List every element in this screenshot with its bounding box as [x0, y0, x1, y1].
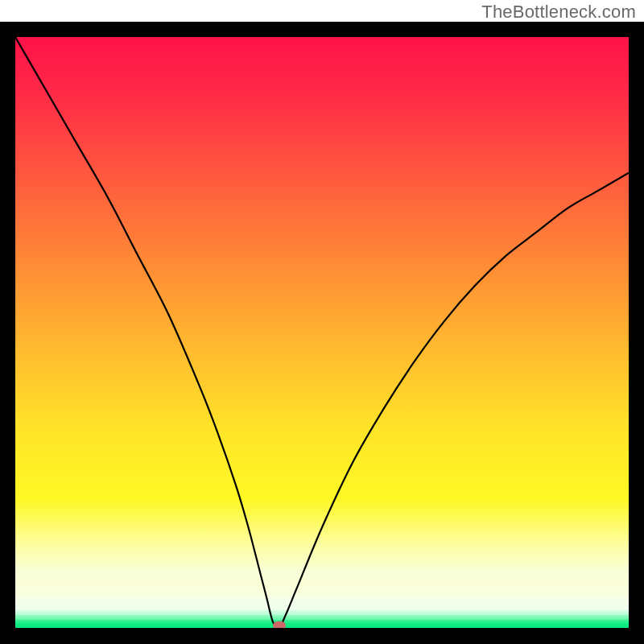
bottleneck-curve-svg — [15, 37, 629, 628]
chart-border-bottom — [0, 628, 644, 644]
watermark-text: TheBottleneck.com — [481, 2, 636, 23]
chart-border-left — [0, 22, 15, 644]
bottleneck-curve-path — [15, 37, 629, 628]
chart-frame: TheBottleneck.com — [0, 0, 644, 644]
chart-border-right — [629, 22, 644, 644]
chart-border-top — [0, 22, 644, 37]
optimal-point-marker — [273, 621, 286, 629]
plot-area — [15, 37, 629, 628]
